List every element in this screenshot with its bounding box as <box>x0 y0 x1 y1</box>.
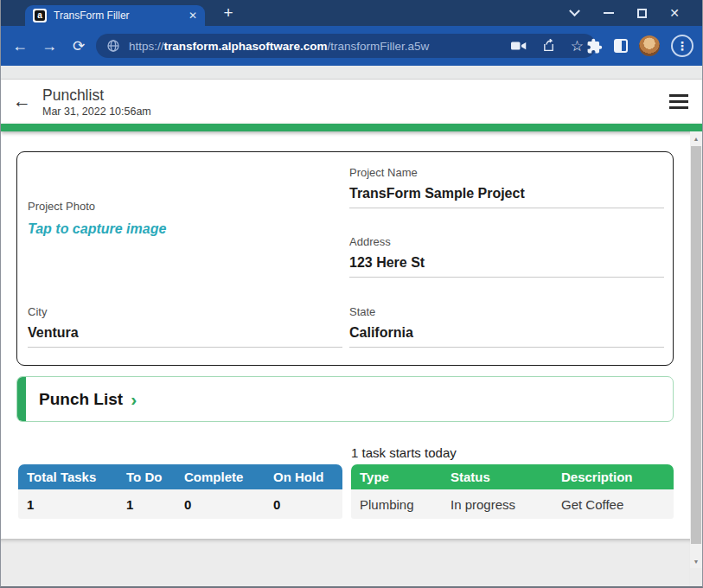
page-top-strip <box>1 66 702 80</box>
browser-menu-button[interactable]: ⋮ <box>671 35 693 57</box>
toolbar-right-cluster: ⋮ <box>586 26 702 66</box>
app-menu-button[interactable] <box>669 94 688 109</box>
state-label: State <box>349 305 375 318</box>
summary-table-row: 1 1 0 0 <box>18 489 342 519</box>
task-status-cell: In progress <box>442 497 553 512</box>
summary-value-cell: 1 <box>118 497 176 512</box>
url-scheme: https:// <box>129 40 164 53</box>
minimize-glyph <box>604 12 614 14</box>
punch-list-section[interactable]: Punch List › <box>16 376 674 422</box>
summary-header-cell: Total Tasks <box>18 470 118 484</box>
url-text: https://transform.alphasoftware.com/tran… <box>129 40 511 53</box>
form-content: Project Photo Tap to capture image Proje… <box>1 131 690 539</box>
project-name-label: Project Name <box>349 166 418 179</box>
progress-accent-bar <box>1 124 702 131</box>
bookmark-star-icon[interactable]: ☆ <box>571 39 584 54</box>
task-description-cell: Get Coffee <box>553 497 674 512</box>
summary-table: Total Tasks To Do Complete On Hold 1 1 0… <box>18 464 342 519</box>
maximize-glyph <box>637 9 647 18</box>
split-screen-icon[interactable] <box>614 39 628 53</box>
summary-header-cell: Complete <box>176 470 265 484</box>
browser-titlebar: a TransForm Filler ✕ + ✕ <box>1 0 702 26</box>
chevron-down-glyph <box>569 5 580 16</box>
url-path: /transformFiller.a5w <box>328 40 430 53</box>
profile-avatar[interactable] <box>639 35 660 56</box>
project-name-field[interactable]: TransForm Sample Project <box>349 186 664 208</box>
tasks-table-header: Type Status Description <box>351 464 674 489</box>
summary-value-cell: 1 <box>18 497 118 512</box>
tasks-table: Type Status Description Plumbing In prog… <box>351 464 674 519</box>
page-title: Punchlist <box>42 86 104 105</box>
window-close-button[interactable]: ✕ <box>658 0 691 26</box>
tasks-header-cell: Description <box>553 470 674 484</box>
app-back-button[interactable]: ← <box>13 88 34 114</box>
window-chevron-down-icon[interactable] <box>558 0 591 26</box>
capture-image-link[interactable]: Tap to capture image <box>28 221 166 237</box>
browser-reload-button[interactable]: ⟳ <box>65 26 93 66</box>
city-field[interactable]: Ventura <box>28 325 342 348</box>
scroll-down-button[interactable]: ▼ <box>690 555 702 567</box>
browser-forward-button[interactable]: → <box>35 26 63 66</box>
browser-window: a TransForm Filler ✕ + ✕ ← → ⟳ https://t… <box>0 0 703 588</box>
city-label: City <box>28 305 47 318</box>
project-photo-label: Project Photo <box>28 200 95 213</box>
tasks-header-cell: Status <box>442 470 553 484</box>
tasks-header-cell: Type <box>351 470 442 484</box>
vertical-scrollbar[interactable]: ▲ ▼ <box>690 131 702 568</box>
summary-header-cell: On Hold <box>265 470 342 484</box>
summary-value-cell: 0 <box>176 497 265 512</box>
extensions-puzzle-icon[interactable] <box>586 38 603 54</box>
tab-favicon-icon: a <box>33 9 47 22</box>
close-glyph: ✕ <box>669 6 680 20</box>
media-camera-icon[interactable] <box>511 40 527 52</box>
favicon-letter: a <box>35 10 45 21</box>
url-bar[interactable]: https://transform.alphasoftware.com/tran… <box>96 34 596 58</box>
address-label: Address <box>349 235 391 248</box>
task-type-cell: Plumbing <box>351 497 442 512</box>
kebab-menu-icon: ⋮ <box>676 40 688 52</box>
tasks-table-row[interactable]: Plumbing In progress Get Coffee <box>351 489 674 519</box>
chevron-right-icon: › <box>131 390 137 408</box>
tab-title: TransForm Filler <box>54 10 182 22</box>
summary-value-cell: 0 <box>265 497 342 512</box>
state-field[interactable]: California <box>349 325 664 348</box>
url-domain: transform.alphasoftware.com <box>164 40 328 53</box>
browser-back-button[interactable]: ← <box>6 26 34 66</box>
scrollbar-thumb[interactable] <box>691 146 701 544</box>
project-card: Project Photo Tap to capture image Proje… <box>16 151 674 366</box>
site-globe-icon <box>106 39 120 53</box>
punch-list-accent <box>17 377 26 421</box>
app-header: ← Punchlist Mar 31, 2022 10:56am <box>1 80 702 124</box>
browser-toolbar: ← → ⟳ https://transform.alphasoftware.co… <box>1 26 702 66</box>
scroll-up-button[interactable]: ▲ <box>690 132 702 144</box>
share-icon[interactable] <box>541 39 556 53</box>
summary-header-cell: To Do <box>118 470 176 484</box>
page-footer-area <box>1 539 690 588</box>
punch-list-title: Punch List <box>39 390 123 409</box>
address-field[interactable]: 123 Here St <box>349 255 664 278</box>
browser-tab[interactable]: a TransForm Filler ✕ <box>25 5 205 26</box>
page-timestamp: Mar 31, 2022 10:56am <box>42 105 151 118</box>
tab-close-icon[interactable]: ✕ <box>189 10 197 22</box>
tasks-caption: 1 task starts today <box>351 445 457 460</box>
summary-table-header: Total Tasks To Do Complete On Hold <box>18 464 342 489</box>
new-tab-button[interactable]: + <box>217 2 240 24</box>
window-minimize-button[interactable] <box>592 0 625 26</box>
window-maximize-button[interactable] <box>625 0 658 26</box>
